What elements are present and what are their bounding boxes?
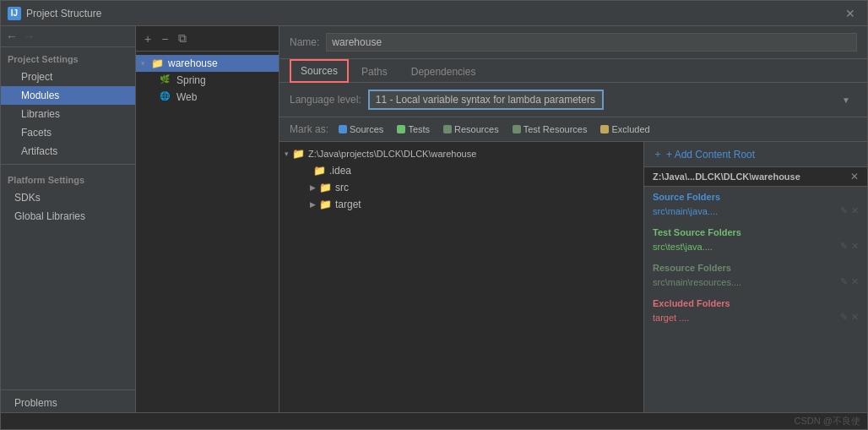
- test-resources-mark-label: Test Resources: [524, 124, 588, 134]
- idea-folder-icon: 📁: [313, 165, 326, 177]
- root-folder-icon: 📁: [292, 148, 305, 160]
- source-folders-header: Source Folders: [644, 187, 867, 204]
- root-arrow: ▾: [285, 150, 289, 158]
- mark-excluded-btn[interactable]: Excluded: [597, 122, 653, 136]
- remove-resource-path[interactable]: ✕: [851, 276, 859, 287]
- tab-paths[interactable]: Paths: [350, 60, 399, 83]
- lang-select-wrapper: 11 - Local variable syntax for lambda pa…: [368, 90, 857, 110]
- tab-sources[interactable]: Sources: [290, 59, 349, 83]
- target-folder-icon: 📁: [319, 199, 332, 210]
- mark-sources-btn[interactable]: Sources: [335, 122, 387, 136]
- sidebar-item-global-libraries[interactable]: Global Libraries: [1, 207, 135, 226]
- mark-as-label: Mark as:: [290, 123, 328, 135]
- sidebar-item-sdks[interactable]: SDKs: [1, 188, 135, 207]
- root-path-label: Z:\Java\projects\DLCK\DLCK\warehouse: [308, 149, 476, 159]
- src-label: src: [335, 182, 349, 193]
- mark-tests-btn[interactable]: Tests: [393, 122, 433, 136]
- lang-select[interactable]: 11 - Local variable syntax for lambda pa…: [368, 90, 604, 110]
- name-input[interactable]: [326, 33, 857, 52]
- module-folder-icon: 📁: [151, 57, 165, 69]
- plus-icon: ＋: [653, 147, 663, 161]
- name-label: Name:: [290, 36, 319, 48]
- main-panel: Name: Sources Paths Dependencies Languag…: [279, 26, 867, 412]
- title-bar: IJ Project Structure ✕: [1, 1, 867, 26]
- mark-resources-btn[interactable]: Resources: [440, 122, 502, 136]
- file-target[interactable]: ▶ 📁 target: [279, 196, 643, 213]
- mark-test-resources-btn[interactable]: Test Resources: [509, 122, 591, 136]
- add-module-button[interactable]: +: [141, 30, 155, 47]
- target-label: target: [335, 199, 361, 210]
- language-level-row: Language level: 11 - Local variable synt…: [279, 83, 867, 117]
- test-resources-dot: [513, 125, 521, 133]
- content-area: ▾ 📁 Z:\Java\projects\DLCK\DLCK\warehouse…: [279, 142, 867, 412]
- tests-mark-label: Tests: [408, 124, 430, 134]
- sidebar-item-modules[interactable]: Modules: [1, 86, 135, 105]
- sidebar: ← → Project Settings Project Modules Lib…: [1, 26, 136, 412]
- module-tree: ▾ 📁 warehouse 🌿 Spring 🌐 Web: [136, 52, 279, 412]
- file-src[interactable]: ▶ 📁 src: [279, 179, 643, 196]
- tree-item-web[interactable]: 🌐 Web: [136, 89, 279, 106]
- app-icon: IJ: [8, 7, 21, 20]
- excluded-dot: [600, 125, 609, 133]
- main-content: ← → Project Settings Project Modules Lib…: [1, 26, 867, 412]
- web-icon: 🌐: [160, 91, 173, 103]
- bottom-bar: CSDN @不良使: [1, 412, 867, 429]
- content-root-close[interactable]: ✕: [850, 171, 859, 182]
- watermark: CSDN @不良使: [795, 415, 860, 427]
- edit-excluded-path[interactable]: ✎: [840, 312, 848, 323]
- file-idea[interactable]: 📁 .idea: [279, 162, 643, 179]
- back-button[interactable]: ←: [6, 30, 18, 43]
- excluded-folders-header: Excluded Folders: [644, 293, 867, 310]
- idea-label: .idea: [329, 165, 351, 177]
- project-structure-window: IJ Project Structure ✕ ← → Project Setti…: [0, 0, 868, 430]
- sidebar-item-libraries[interactable]: Libraries: [1, 105, 135, 123]
- window-title: Project Structure: [26, 8, 840, 19]
- src-arrow: ▶: [310, 183, 316, 192]
- excluded-folders-path: target .... ✎ ✕: [644, 310, 867, 329]
- tests-dot: [397, 125, 405, 133]
- remove-excluded-path[interactable]: ✕: [851, 312, 859, 323]
- test-source-folders-path: src\test\java.... ✎ ✕: [644, 239, 867, 258]
- file-root[interactable]: ▾ 📁 Z:\Java\projects\DLCK\DLCK\warehouse: [279, 145, 643, 162]
- mark-as-row: Mark as: Sources Tests Resources Test Re…: [279, 117, 867, 142]
- test-source-folders-header: Test Source Folders: [644, 222, 867, 239]
- sources-mark-label: Sources: [350, 124, 383, 134]
- platform-settings-section: Platform Settings: [1, 168, 135, 188]
- expand-arrow: ▾: [141, 59, 151, 68]
- resources-mark-label: Resources: [454, 124, 499, 134]
- file-tree[interactable]: ▾ 📁 Z:\Java\projects\DLCK\DLCK\warehouse…: [279, 142, 643, 412]
- resource-folders-path: src\main\resources.... ✎ ✕: [644, 275, 867, 293]
- sidebar-item-project[interactable]: Project: [1, 68, 135, 86]
- remove-test-path[interactable]: ✕: [851, 241, 859, 252]
- spring-label: Spring: [176, 74, 206, 86]
- lang-label: Language level:: [290, 94, 361, 106]
- copy-module-button[interactable]: ⧉: [175, 30, 190, 47]
- target-arrow: ▶: [310, 200, 316, 209]
- edit-test-path[interactable]: ✎: [840, 241, 848, 252]
- edit-source-path[interactable]: ✎: [840, 205, 848, 216]
- remove-module-button[interactable]: −: [158, 30, 171, 47]
- web-label: Web: [176, 91, 197, 103]
- name-row: Name:: [279, 26, 867, 59]
- spring-icon: 🌿: [160, 74, 173, 86]
- remove-source-path[interactable]: ✕: [851, 205, 859, 216]
- add-content-root-btn[interactable]: ＋ + Add Content Root: [644, 142, 867, 167]
- resources-dot: [443, 125, 452, 133]
- sidebar-item-facets[interactable]: Facets: [1, 123, 135, 142]
- module-label: warehouse: [168, 57, 218, 69]
- content-root-path: Z:\Java\...DLCK\DLCK\warehouse: [653, 171, 800, 182]
- tree-item-warehouse[interactable]: ▾ 📁 warehouse: [136, 55, 279, 72]
- module-tree-panel: + − ⧉ ▾ 📁 warehouse 🌿 Spring 🌐: [136, 26, 279, 412]
- source-folders-path: src\main\java.... ✎ ✕: [644, 204, 867, 222]
- close-button[interactable]: ✕: [840, 5, 860, 22]
- project-settings-section: Project Settings: [1, 47, 135, 68]
- tree-toolbar: + − ⧉: [136, 26, 279, 52]
- tree-item-spring[interactable]: 🌿 Spring: [136, 72, 279, 89]
- sidebar-item-artifacts[interactable]: Artifacts: [1, 142, 135, 161]
- tab-dependencies[interactable]: Dependencies: [400, 60, 487, 83]
- edit-resource-path[interactable]: ✎: [840, 276, 848, 287]
- tabs-row: Sources Paths Dependencies: [279, 59, 867, 83]
- sidebar-item-problems[interactable]: Problems: [1, 394, 135, 412]
- forward-button[interactable]: →: [23, 30, 35, 43]
- info-panel: ＋ + Add Content Root Z:\Java\...DLCK\DLC…: [643, 142, 867, 412]
